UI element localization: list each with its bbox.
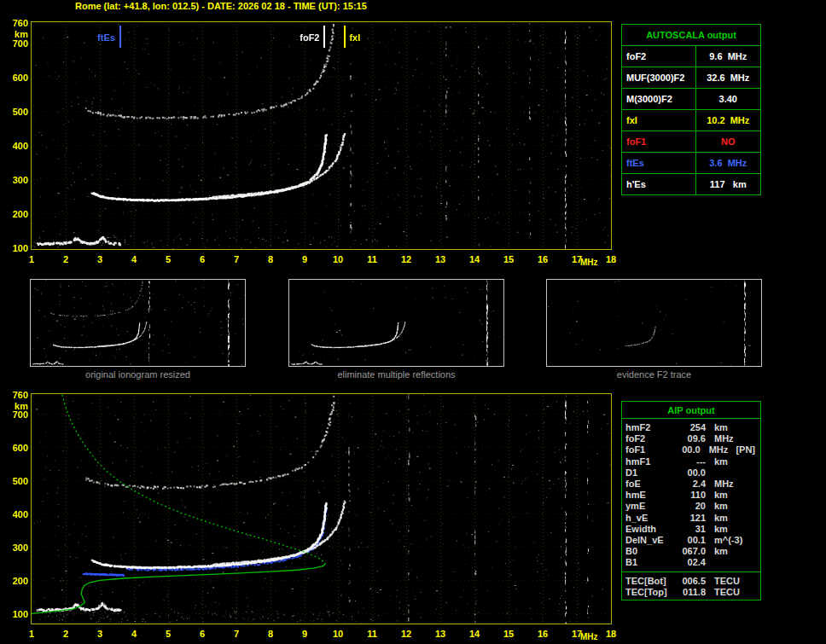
- y-axis-unit-label: km: [4, 401, 28, 411]
- autoscala-row-value: 9.6 MHz: [695, 46, 760, 67]
- aip-row: foF209.6MHz: [622, 433, 760, 444]
- aip-row: foE2.4MHz: [622, 479, 760, 490]
- x-tick-label: 6: [193, 254, 212, 264]
- thumbnail-original-canvas: [31, 280, 245, 366]
- y-tick-label: 100: [4, 609, 28, 619]
- y-axis-unit-label: km: [4, 29, 28, 39]
- aip-param-value: 09.6: [673, 433, 706, 444]
- x-tick-label: 5: [159, 254, 177, 264]
- x-tick-label: 13: [431, 254, 450, 264]
- x-tick-label: 2: [56, 254, 75, 264]
- aip-row: DelN_vE00.1m^(-3): [622, 535, 760, 546]
- x-tick-label: 18: [602, 629, 620, 639]
- x-axis-unit-label: MHz: [580, 258, 598, 267]
- autoscala-window: Rome (lat: +41.8, lon: 012.5) - DATE: 20…: [0, 0, 826, 644]
- autoscala-output-table: AUTOSCALA output foF29.6 MHzMUF(3000)F23…: [621, 24, 761, 195]
- x-tick-label: 3: [90, 629, 109, 639]
- aip-param-value: 00.1: [673, 535, 706, 546]
- thumbnail-eliminate-canvas: [289, 280, 503, 366]
- aip-tec-rows: TEC[Bot]006.5TECUTEC[Top]011.8TECU: [622, 572, 760, 600]
- aip-param-name: h_vE: [625, 513, 673, 524]
- aip-param-name: DelN_vE: [625, 535, 673, 546]
- x-tick-label: 14: [465, 629, 484, 639]
- aip-param-value: 20: [673, 501, 706, 512]
- x-axis-unit-label: MHz: [580, 632, 598, 641]
- aip-param-value: 00.0: [670, 444, 700, 455]
- scaled-ionogram-plot: ftEsfoF2fxI: [31, 21, 612, 250]
- thumbnail-eliminate-reflections: [288, 279, 504, 367]
- aip-row: ymE20km: [622, 501, 760, 512]
- autoscala-row-label: MUF(3000)F2: [622, 67, 696, 89]
- x-tick-label: 4: [125, 254, 143, 264]
- aip-param-value: 011.8: [673, 587, 706, 598]
- aip-param-value: 31: [673, 524, 706, 535]
- thumbnail-evidence-f2: [546, 279, 762, 367]
- aip-param-unit: MHz: [706, 479, 743, 490]
- y-tick-label: 700: [4, 38, 28, 49]
- x-tick-label: 8: [261, 629, 280, 639]
- thumbnail-original-ionogram: [30, 279, 246, 367]
- autoscala-row-label: ftEs: [622, 153, 696, 174]
- aip-param-unit: km: [706, 422, 743, 433]
- y-tick-label: 400: [4, 141, 28, 151]
- aip-row: hmF1---km: [622, 456, 760, 467]
- aip-param-name: foF2: [625, 433, 673, 444]
- x-tick-label: 15: [499, 629, 518, 639]
- aip-param-unit: km: [706, 513, 743, 524]
- autoscala-row-value: NO: [695, 131, 760, 153]
- aip-param-value: 02.4: [673, 557, 706, 568]
- y-tick-label: 200: [4, 209, 28, 219]
- aip-param-unit: m^(-3): [706, 535, 743, 546]
- autoscala-row-value: 3.6 MHz: [695, 153, 760, 174]
- aip-row: B0067.0km: [622, 546, 760, 557]
- aip-param-name: foF1: [625, 444, 670, 455]
- x-tick-label: 7: [227, 629, 246, 639]
- autoscala-row-value: 3.40: [695, 89, 760, 110]
- aip-row: h_vE121km: [622, 513, 760, 524]
- autoscala-row-label: M(3000)F2: [622, 89, 696, 110]
- aip-param-unit: km: [706, 501, 743, 512]
- y-tick-label: 600: [4, 443, 28, 453]
- x-tick-label: 8: [261, 254, 280, 264]
- aip-row: TEC[Bot]006.5TECU: [622, 576, 760, 587]
- aip-panel-header: AIP output: [622, 402, 760, 419]
- x-tick-label: 2: [56, 629, 75, 639]
- x-tick-label: 18: [602, 254, 620, 264]
- x-tick-label: 3: [90, 254, 109, 264]
- y-tick-label: 760: [4, 390, 28, 400]
- thumbnail-caption-original: original ionogram resized: [30, 369, 246, 380]
- station-title: Rome (lat: +41.8, lon: 012.5) - DATE: 20…: [75, 1, 367, 11]
- aip-row: hmF2254km: [622, 422, 760, 433]
- aip-param-name: TEC[Bot]: [625, 576, 673, 587]
- y-tick-label: 300: [4, 175, 28, 185]
- y-tick-label: 400: [4, 509, 28, 519]
- restored-ionogram-plot: [31, 393, 612, 624]
- aip-param-name: foE: [625, 479, 673, 490]
- aip-param-name: hmF2: [625, 422, 673, 433]
- autoscala-row-value: 117 km: [695, 174, 760, 195]
- y-tick-label: 500: [4, 107, 28, 117]
- autoscala-row-label: foF2: [622, 46, 696, 67]
- fof2-marker-line: [323, 26, 325, 48]
- aip-param-unit: MHz: [701, 444, 736, 455]
- thumbnail-caption-eliminate: eliminate multiple reflections: [288, 369, 504, 380]
- aip-param-name: hmF1: [625, 456, 673, 467]
- restored-ionogram-canvas: [32, 394, 611, 624]
- aip-param-name: hmE: [625, 490, 673, 501]
- aip-param-value: ---: [673, 456, 706, 467]
- thumbnail-evidence-canvas: [547, 280, 761, 366]
- aip-row: hmE110km: [622, 490, 760, 501]
- aip-param-name: Ewidth: [625, 524, 673, 535]
- aip-param-unit: km: [706, 524, 743, 535]
- x-tick-label: 1: [22, 254, 41, 264]
- ftes-marker-label: ftEs: [78, 32, 115, 43]
- aip-param-unit: [706, 557, 743, 568]
- autoscala-row: MUF(3000)F232.6 MHz: [622, 67, 761, 89]
- autoscala-row-label: h'Es: [622, 174, 696, 195]
- aip-param-name: D1: [625, 467, 673, 479]
- x-tick-label: 7: [227, 254, 246, 264]
- x-tick-label: 10: [329, 629, 347, 639]
- aip-param-name: ymE: [625, 501, 673, 512]
- aip-row: foF100.0MHz[PN]: [622, 444, 760, 455]
- y-tick-label: 500: [4, 476, 28, 486]
